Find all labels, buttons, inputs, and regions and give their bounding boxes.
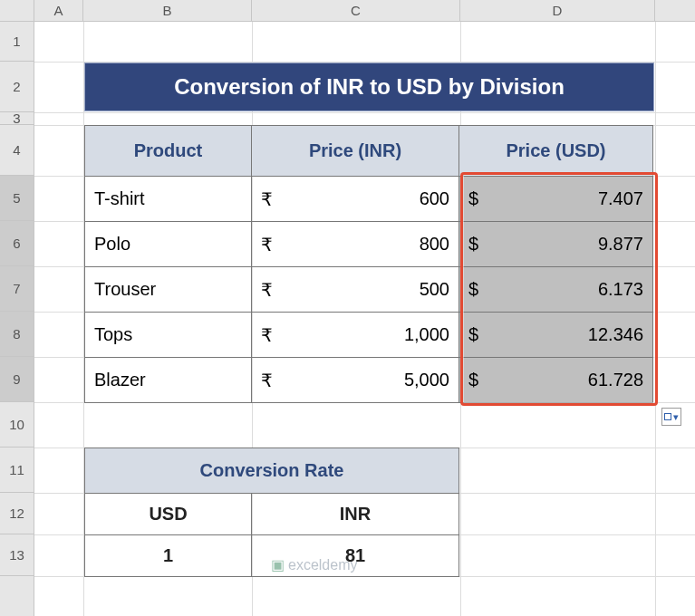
cell-usd[interactable]: $12.346 bbox=[459, 313, 653, 358]
row-header-3[interactable]: 3 bbox=[0, 112, 34, 125]
row-headers[interactable]: 1 2 3 4 5 6 7 8 9 10 11 12 13 bbox=[0, 22, 34, 616]
cell-product[interactable]: Polo bbox=[85, 222, 252, 267]
row-header-6[interactable]: 6 bbox=[0, 221, 34, 266]
row-header-5[interactable]: 5 bbox=[0, 176, 34, 221]
cell-inr[interactable]: ₹5,000 bbox=[252, 358, 459, 403]
header-product[interactable]: Product bbox=[85, 126, 252, 177]
cell-product[interactable]: Blazer bbox=[85, 358, 252, 403]
row-header-11[interactable]: 11 bbox=[0, 448, 34, 493]
autofill-options-button[interactable]: ▾ bbox=[661, 408, 681, 426]
watermark: ▣ exceldemy bbox=[271, 556, 357, 573]
worksheet-grid[interactable]: Conversion of INR to USD by Division Pro… bbox=[34, 22, 695, 616]
watermark-icon: ▣ bbox=[271, 556, 285, 573]
col-header-A[interactable]: A bbox=[34, 0, 83, 21]
col-header-C[interactable]: C bbox=[252, 0, 460, 21]
table-row[interactable]: Polo ₹800 $9.877 bbox=[85, 222, 653, 267]
row-header-12[interactable]: 12 bbox=[0, 493, 34, 534]
autofill-icon bbox=[664, 413, 671, 420]
watermark-text: exceldemy bbox=[288, 557, 357, 573]
cell-usd[interactable]: $6.173 bbox=[459, 267, 653, 313]
row-header-10[interactable]: 10 bbox=[0, 402, 34, 448]
row-header-4[interactable]: 4 bbox=[0, 125, 34, 176]
table-row[interactable]: Blazer ₹5,000 $61.728 bbox=[85, 358, 653, 403]
cell-usd[interactable]: $61.728 bbox=[459, 358, 653, 403]
select-all-corner[interactable] bbox=[0, 0, 34, 21]
row-header-8[interactable]: 8 bbox=[0, 312, 34, 357]
row-header-1[interactable]: 1 bbox=[0, 22, 34, 62]
row-header-14[interactable] bbox=[0, 576, 34, 616]
col-header-D[interactable]: D bbox=[460, 0, 655, 21]
cell-inr[interactable]: ₹800 bbox=[252, 222, 459, 267]
cell-inr[interactable]: ₹600 bbox=[252, 177, 459, 222]
table-row[interactable]: T-shirt ₹600 $7.407 bbox=[85, 177, 653, 222]
col-header-next[interactable] bbox=[655, 0, 695, 21]
cell-inr[interactable]: ₹500 bbox=[252, 267, 459, 313]
header-price-usd[interactable]: Price (USD) bbox=[459, 126, 653, 177]
cell-usd[interactable]: $7.407 bbox=[459, 177, 653, 222]
row-header-2[interactable]: 2 bbox=[0, 62, 34, 112]
rate-header-usd[interactable]: USD bbox=[85, 494, 252, 535]
row-header-9[interactable]: 9 bbox=[0, 357, 34, 402]
rate-value-usd[interactable]: 1 bbox=[85, 535, 252, 577]
main-table: Product Price (INR) Price (USD) T-shirt … bbox=[84, 125, 653, 403]
cell-product[interactable]: T-shirt bbox=[85, 177, 252, 222]
header-price-inr[interactable]: Price (INR) bbox=[252, 126, 459, 177]
column-headers[interactable]: A B C D bbox=[0, 0, 695, 22]
row-header-13[interactable]: 13 bbox=[0, 534, 34, 576]
row-header-7[interactable]: 7 bbox=[0, 266, 34, 312]
cell-usd[interactable]: $9.877 bbox=[459, 222, 653, 267]
cell-inr[interactable]: ₹1,000 bbox=[252, 313, 459, 358]
table-row[interactable]: Tops ₹1,000 $12.346 bbox=[85, 313, 653, 358]
cell-product[interactable]: Tops bbox=[85, 313, 252, 358]
cell-product[interactable]: Trouser bbox=[85, 267, 252, 313]
rate-title[interactable]: Conversion Rate bbox=[85, 448, 459, 494]
table-row[interactable]: Trouser ₹500 $6.173 bbox=[85, 267, 653, 313]
page-title: Conversion of INR to USD by Division bbox=[84, 63, 654, 111]
rate-header-inr[interactable]: INR bbox=[252, 494, 459, 535]
col-header-B[interactable]: B bbox=[83, 0, 252, 21]
